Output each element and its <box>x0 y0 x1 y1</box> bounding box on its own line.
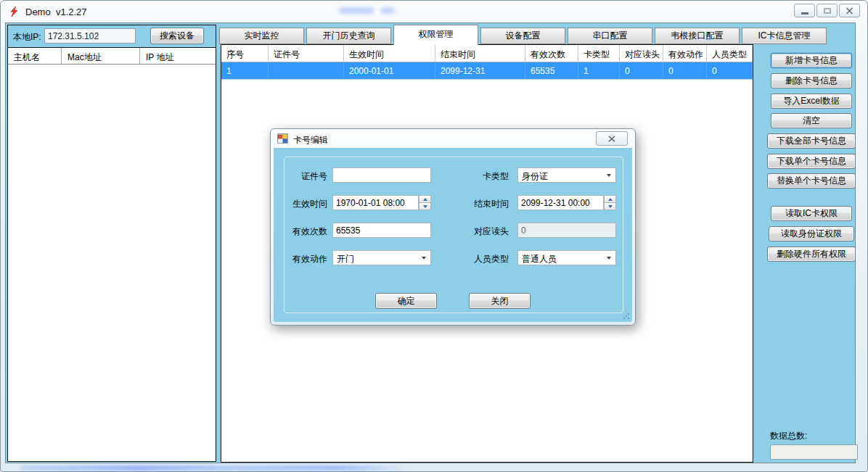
cell-action: 0 <box>663 62 707 79</box>
card-type-value: 身份证 <box>522 170 548 183</box>
dialog-title: 卡号编辑 <box>293 134 328 146</box>
local-ip-input[interactable] <box>44 28 136 44</box>
device-list[interactable]: 主机名 Mac地址 IP 地址 <box>8 47 216 461</box>
download-one-card-button[interactable]: 下载单个卡号信息 <box>767 154 856 169</box>
cell-end-time: 2099-12-31 <box>435 62 525 79</box>
spin-down-icon[interactable] <box>419 202 431 210</box>
action-value: 开门 <box>337 253 354 265</box>
read-idcard-permission-button[interactable]: 读取身份证权限 <box>769 226 854 241</box>
col-start-time[interactable]: 生效时间 <box>344 45 435 62</box>
start-time-input[interactable] <box>332 195 419 210</box>
start-time-spinner <box>419 195 431 210</box>
close-dialog-button[interactable]: 关闭 <box>469 293 531 309</box>
id-number-input[interactable] <box>332 167 431 183</box>
data-total-label: 数据总数: <box>770 430 807 442</box>
valid-times-label: 有效次数 <box>279 223 327 238</box>
cell-id-number <box>269 62 344 79</box>
col-seq[interactable]: 序号 <box>221 45 269 62</box>
device-col-ip[interactable]: IP 地址 <box>140 48 216 64</box>
chevron-down-icon[interactable] <box>603 169 615 181</box>
tab-realtime-monitor[interactable]: 实时监控 <box>219 28 304 44</box>
chevron-down-icon[interactable] <box>603 252 615 264</box>
add-card-button[interactable]: 新增卡号信息 <box>771 53 852 68</box>
spin-down-icon[interactable] <box>604 202 616 210</box>
cell-valid-times: 65535 <box>525 62 578 79</box>
device-col-mac[interactable]: Mac地址 <box>62 48 140 64</box>
valid-times-input[interactable] <box>332 223 431 238</box>
card-edit-dialog: 卡号编辑 证件号 卡类型 身份证 生效时间 结束时间 <box>270 128 636 326</box>
col-valid-times[interactable]: 有效次数 <box>525 45 578 62</box>
replace-one-card-button[interactable]: 替换单个卡号信息 <box>767 173 856 189</box>
end-time-spinner <box>604 195 616 210</box>
action-select[interactable]: 开门 <box>332 250 431 265</box>
tab-device-config[interactable]: 设备配置 <box>480 28 565 44</box>
reader-input <box>517 223 616 238</box>
local-ip-label: 本地IP: <box>13 31 41 44</box>
tab-ic-card-mgmt[interactable]: IC卡信息管理 <box>742 28 827 44</box>
clear-button[interactable]: 清空 <box>771 113 852 128</box>
card-type-select[interactable]: 身份证 <box>517 167 616 183</box>
chevron-down-icon[interactable] <box>418 252 430 264</box>
ok-button[interactable]: 确定 <box>375 293 437 309</box>
dialog-form-icon <box>277 133 288 146</box>
tab-serial-config[interactable]: 串口配置 <box>568 28 652 44</box>
start-time-label: 生效时间 <box>279 195 327 210</box>
device-panel: 本地IP: 搜索设备 主机名 Mac地址 IP 地址 <box>7 25 216 462</box>
cell-card-type: 1 <box>578 62 620 79</box>
cell-start-time: 2000-01-01 <box>344 62 435 79</box>
redaction-blur <box>21 465 407 471</box>
grid-header: 序号 证件号 生效时间 结束时间 有效次数 卡类型 对应读头 有效动作 人员类型 <box>221 45 753 62</box>
search-device-button[interactable]: 搜索设备 <box>150 28 204 44</box>
read-ic-permission-button[interactable]: 读取IC卡权限 <box>771 206 852 221</box>
minimize-icon <box>801 12 808 15</box>
grid-row-selected[interactable]: 1 2000-01-01 2099-12-31 65535 1 0 0 0 <box>221 62 753 80</box>
redaction-blur <box>381 8 394 13</box>
person-type-label: 人员类型 <box>461 250 509 265</box>
reader-label: 对应读头 <box>461 223 509 238</box>
end-time-label: 结束时间 <box>461 195 509 210</box>
dialog-body: 证件号 卡类型 身份证 生效时间 结束时间 <box>274 148 632 322</box>
col-id-number[interactable]: 证件号 <box>269 45 344 62</box>
tab-door-history[interactable]: 开门历史查询 <box>306 28 391 44</box>
end-time-input[interactable] <box>517 195 604 210</box>
id-number-label: 证件号 <box>279 167 327 183</box>
minimize-button[interactable] <box>794 4 815 17</box>
device-col-hostname[interactable]: 主机名 <box>8 48 62 64</box>
cell-reader: 0 <box>620 62 663 79</box>
delete-hw-permission-button[interactable]: 删除硬件所有权限 <box>767 247 856 262</box>
maximize-button[interactable] <box>816 4 838 17</box>
cell-seq: 1 <box>221 62 269 79</box>
window-controls <box>794 4 860 17</box>
close-icon <box>846 7 853 15</box>
tab-permission-mgmt[interactable]: 权限管理 <box>393 25 478 45</box>
maximize-icon <box>824 8 831 14</box>
card-type-label: 卡类型 <box>461 167 509 183</box>
window-title: Demo v1.2.27 <box>25 7 87 17</box>
col-reader[interactable]: 对应读头 <box>620 45 663 62</box>
person-type-select[interactable]: 普通人员 <box>517 250 616 265</box>
close-icon <box>608 136 615 142</box>
delete-card-button[interactable]: 删除卡号信息 <box>771 73 852 88</box>
cell-person-type: 0 <box>707 62 753 79</box>
redaction-blur <box>339 8 374 13</box>
action-label: 有效动作 <box>279 250 327 265</box>
dialog-close-button[interactable] <box>596 131 628 146</box>
col-card-type[interactable]: 卡类型 <box>578 45 620 62</box>
data-total-input[interactable] <box>770 444 858 460</box>
app-lightning-icon <box>8 6 20 17</box>
resize-grip-icon[interactable] <box>623 312 630 320</box>
tab-wiegand-config[interactable]: 韦根接口配置 <box>655 28 740 44</box>
close-button[interactable] <box>839 4 860 17</box>
download-all-cards-button[interactable]: 下载全部卡号信息 <box>767 133 856 149</box>
titlebar: Demo v1.2.27 <box>1 1 867 22</box>
col-end-time[interactable]: 结束时间 <box>435 45 525 62</box>
col-action[interactable]: 有效动作 <box>663 45 707 62</box>
person-type-value: 普通人员 <box>522 253 557 265</box>
col-person-type[interactable]: 人员类型 <box>707 45 753 62</box>
device-list-header: 主机名 Mac地址 IP 地址 <box>8 48 216 65</box>
import-excel-button[interactable]: 导入Excel数据 <box>771 94 852 109</box>
